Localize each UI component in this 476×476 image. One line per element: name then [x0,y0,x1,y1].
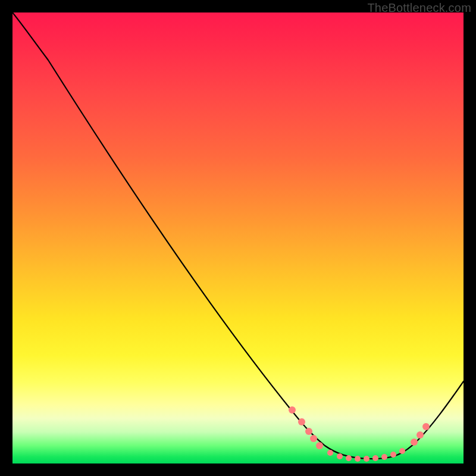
attribution-label: TheBottleneck.com [367,1,471,15]
svg-point-15 [416,431,424,439]
svg-point-10 [372,455,378,461]
svg-point-13 [399,448,405,454]
marker-dots [289,406,430,462]
svg-point-4 [316,442,323,449]
svg-point-14 [411,439,418,446]
svg-point-8 [355,456,361,462]
chart-frame: TheBottleneck.com [0,0,476,476]
svg-point-9 [364,456,369,462]
series-curve [12,12,464,459]
svg-point-6 [337,453,343,459]
svg-point-16 [422,423,430,430]
svg-point-7 [346,455,352,461]
chart-svg [12,12,464,464]
svg-point-12 [390,452,396,458]
svg-point-0 [289,406,296,414]
svg-point-3 [310,435,317,442]
svg-point-2 [305,428,312,435]
chart-plot-area [12,12,464,464]
svg-point-1 [298,418,305,425]
svg-point-11 [381,454,387,460]
svg-point-5 [327,450,333,456]
